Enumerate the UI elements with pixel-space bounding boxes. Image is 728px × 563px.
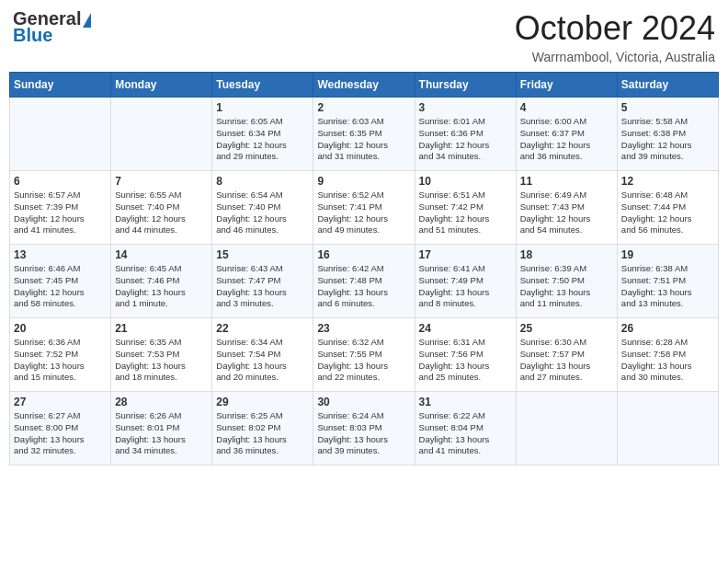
day-number: 10 [419, 175, 512, 188]
calendar-cell: 23Sunrise: 6:32 AM Sunset: 7:55 PM Dayli… [313, 318, 415, 392]
day-number: 15 [216, 248, 309, 261]
calendar-cell: 20Sunrise: 6:36 AM Sunset: 7:52 PM Dayli… [10, 318, 111, 392]
day-info: Sunrise: 6:35 AM Sunset: 7:53 PM Dayligh… [115, 337, 208, 384]
month-title: October 2024 [515, 9, 715, 48]
calendar-cell: 15Sunrise: 6:43 AM Sunset: 7:47 PM Dayli… [212, 245, 313, 318]
calendar-cell: 30Sunrise: 6:24 AM Sunset: 8:03 PM Dayli… [313, 392, 415, 465]
day-number: 27 [14, 396, 107, 408]
day-header-tuesday: Tuesday [212, 73, 313, 98]
day-info: Sunrise: 6:30 AM Sunset: 7:57 PM Dayligh… [520, 337, 613, 384]
day-info: Sunrise: 6:57 AM Sunset: 7:39 PM Dayligh… [14, 190, 107, 236]
day-number: 23 [317, 322, 410, 335]
calendar-cell: 16Sunrise: 6:42 AM Sunset: 7:48 PM Dayli… [313, 245, 415, 318]
day-info: Sunrise: 6:24 AM Sunset: 8:03 PM Dayligh… [317, 410, 410, 457]
calendar-cell: 10Sunrise: 6:51 AM Sunset: 7:42 PM Dayli… [415, 171, 516, 245]
day-info: Sunrise: 6:45 AM Sunset: 7:46 PM Dayligh… [115, 263, 208, 310]
calendar-cell: 28Sunrise: 6:26 AM Sunset: 8:01 PM Dayli… [111, 392, 212, 465]
day-header-thursday: Thursday [415, 73, 516, 98]
calendar-cell [516, 392, 617, 465]
calendar-cell: 14Sunrise: 6:45 AM Sunset: 7:46 PM Dayli… [111, 245, 212, 318]
day-number: 28 [115, 396, 208, 408]
calendar-cell [10, 98, 111, 171]
header-row: SundayMondayTuesdayWednesdayThursdayFrid… [10, 73, 719, 98]
day-info: Sunrise: 6:54 AM Sunset: 7:40 PM Dayligh… [216, 190, 309, 236]
day-number: 25 [520, 322, 613, 335]
calendar-cell: 17Sunrise: 6:41 AM Sunset: 7:49 PM Dayli… [415, 245, 516, 318]
day-info: Sunrise: 6:49 AM Sunset: 7:43 PM Dayligh… [520, 190, 613, 236]
day-number: 20 [14, 322, 107, 335]
calendar-cell: 12Sunrise: 6:48 AM Sunset: 7:44 PM Dayli… [617, 171, 718, 245]
day-number: 2 [317, 101, 410, 114]
calendar-cell: 5Sunrise: 5:58 AM Sunset: 6:38 PM Daylig… [617, 98, 718, 171]
calendar-body: 1Sunrise: 6:05 AM Sunset: 6:34 PM Daylig… [10, 98, 719, 465]
day-number: 18 [520, 248, 613, 261]
day-info: Sunrise: 6:39 AM Sunset: 7:50 PM Dayligh… [520, 263, 613, 310]
day-info: Sunrise: 6:36 AM Sunset: 7:52 PM Dayligh… [14, 337, 107, 384]
day-number: 3 [419, 101, 512, 114]
day-header-wednesday: Wednesday [313, 73, 415, 98]
day-info: Sunrise: 6:34 AM Sunset: 7:54 PM Dayligh… [216, 337, 309, 384]
page-header: General Blue October 2024 Warrnambool, V… [9, 9, 719, 64]
calendar-cell: 25Sunrise: 6:30 AM Sunset: 7:57 PM Dayli… [516, 318, 617, 392]
calendar-cell: 11Sunrise: 6:49 AM Sunset: 7:43 PM Dayli… [516, 171, 617, 245]
calendar-header: SundayMondayTuesdayWednesdayThursdayFrid… [10, 73, 719, 98]
calendar-cell: 3Sunrise: 6:01 AM Sunset: 6:36 PM Daylig… [415, 98, 516, 171]
calendar-cell [111, 98, 212, 171]
day-number: 29 [216, 396, 309, 408]
day-info: Sunrise: 6:27 AM Sunset: 8:00 PM Dayligh… [14, 410, 107, 457]
day-info: Sunrise: 6:48 AM Sunset: 7:44 PM Dayligh… [621, 190, 714, 236]
calendar-cell: 22Sunrise: 6:34 AM Sunset: 7:54 PM Dayli… [212, 318, 313, 392]
day-info: Sunrise: 6:38 AM Sunset: 7:51 PM Dayligh… [621, 263, 714, 310]
calendar-cell: 19Sunrise: 6:38 AM Sunset: 7:51 PM Dayli… [617, 245, 718, 318]
day-info: Sunrise: 6:41 AM Sunset: 7:49 PM Dayligh… [419, 263, 512, 310]
day-number: 14 [115, 248, 208, 261]
calendar-cell: 7Sunrise: 6:55 AM Sunset: 7:40 PM Daylig… [111, 171, 212, 245]
day-number: 24 [419, 322, 512, 335]
location-subtitle: Warrnambool, Victoria, Australia [515, 50, 715, 64]
calendar-cell: 24Sunrise: 6:31 AM Sunset: 7:56 PM Dayli… [415, 318, 516, 392]
day-info: Sunrise: 6:51 AM Sunset: 7:42 PM Dayligh… [419, 190, 512, 236]
day-number: 8 [216, 175, 309, 188]
day-info: Sunrise: 6:43 AM Sunset: 7:47 PM Dayligh… [216, 263, 309, 310]
day-info: Sunrise: 6:25 AM Sunset: 8:02 PM Dayligh… [216, 410, 309, 457]
day-number: 7 [115, 175, 208, 188]
day-number: 1 [216, 101, 309, 114]
day-info: Sunrise: 6:03 AM Sunset: 6:35 PM Dayligh… [317, 116, 410, 163]
calendar-cell [617, 392, 718, 465]
day-info: Sunrise: 5:58 AM Sunset: 6:38 PM Dayligh… [621, 116, 714, 163]
day-header-saturday: Saturday [617, 73, 718, 98]
calendar-cell: 8Sunrise: 6:54 AM Sunset: 7:40 PM Daylig… [212, 171, 313, 245]
day-info: Sunrise: 6:22 AM Sunset: 8:04 PM Dayligh… [419, 410, 512, 457]
calendar-cell: 29Sunrise: 6:25 AM Sunset: 8:02 PM Dayli… [212, 392, 313, 465]
day-header-sunday: Sunday [10, 73, 111, 98]
day-info: Sunrise: 6:52 AM Sunset: 7:41 PM Dayligh… [317, 190, 410, 236]
calendar-cell: 4Sunrise: 6:00 AM Sunset: 6:37 PM Daylig… [516, 98, 617, 171]
day-number: 16 [317, 248, 410, 261]
day-info: Sunrise: 6:31 AM Sunset: 7:56 PM Dayligh… [419, 337, 512, 384]
day-info: Sunrise: 6:28 AM Sunset: 7:58 PM Dayligh… [621, 337, 714, 384]
day-number: 5 [621, 101, 714, 114]
day-info: Sunrise: 6:05 AM Sunset: 6:34 PM Dayligh… [216, 116, 309, 163]
week-row-5: 27Sunrise: 6:27 AM Sunset: 8:00 PM Dayli… [10, 392, 719, 465]
calendar-table: SundayMondayTuesdayWednesdayThursdayFrid… [9, 72, 719, 465]
title-block: October 2024 Warrnambool, Victoria, Aust… [515, 9, 715, 64]
day-number: 13 [14, 248, 107, 261]
week-row-1: 1Sunrise: 6:05 AM Sunset: 6:34 PM Daylig… [10, 98, 719, 171]
day-header-friday: Friday [516, 73, 617, 98]
day-number: 26 [621, 322, 714, 335]
day-info: Sunrise: 6:26 AM Sunset: 8:01 PM Dayligh… [115, 410, 208, 457]
day-number: 30 [317, 396, 410, 408]
day-info: Sunrise: 6:46 AM Sunset: 7:45 PM Dayligh… [14, 263, 107, 310]
calendar-cell: 13Sunrise: 6:46 AM Sunset: 7:45 PM Dayli… [10, 245, 111, 318]
day-info: Sunrise: 6:01 AM Sunset: 6:36 PM Dayligh… [419, 116, 512, 163]
day-info: Sunrise: 6:00 AM Sunset: 6:37 PM Dayligh… [520, 116, 613, 163]
logo: General Blue [13, 9, 91, 44]
day-number: 31 [419, 396, 512, 408]
day-info: Sunrise: 6:32 AM Sunset: 7:55 PM Dayligh… [317, 337, 410, 384]
day-number: 4 [520, 101, 613, 114]
day-number: 11 [520, 175, 613, 188]
calendar-cell: 27Sunrise: 6:27 AM Sunset: 8:00 PM Dayli… [10, 392, 111, 465]
week-row-4: 20Sunrise: 6:36 AM Sunset: 7:52 PM Dayli… [10, 318, 719, 392]
calendar-cell: 26Sunrise: 6:28 AM Sunset: 7:58 PM Dayli… [617, 318, 718, 392]
week-row-3: 13Sunrise: 6:46 AM Sunset: 7:45 PM Dayli… [10, 245, 719, 318]
